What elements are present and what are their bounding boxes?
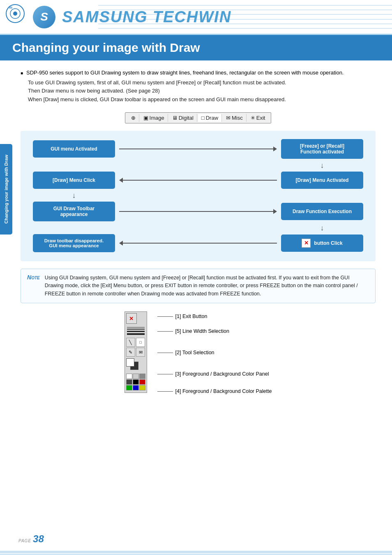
draw-icon: □	[201, 115, 205, 121]
label-line-3	[157, 374, 173, 374]
flow-box-toolbar-appearance: GUI Draw Toolbar appearance	[33, 202, 115, 221]
brand-name: SAMSUNG TECHWIN	[62, 8, 231, 26]
flow-box-button-click: ✕ button Click	[281, 235, 363, 252]
bottom-decorative-lines	[0, 550, 392, 555]
side-tab: Changing your image with Draw	[0, 144, 12, 235]
menu-item-home[interactable]: ⊕	[128, 114, 139, 122]
page-title: Changing your image with Draw	[12, 41, 380, 55]
menu-item-draw[interactable]: □ Draw	[198, 114, 222, 122]
intro-line4: When [Draw] menu is clicked, GUI Draw to…	[28, 95, 376, 104]
page-header: S SAMSUNG TECHWIN	[0, 0, 392, 35]
exit-btn-visual: ✕	[126, 313, 137, 324]
label-line-2	[157, 353, 173, 353]
menu-item-image[interactable]: ▣ Image	[140, 114, 168, 122]
flow-diagram: GUI menu Activated [Freeze] or [Recall] …	[21, 131, 376, 261]
intro-section: SDP-950 series support to GUI Drawing sy…	[21, 69, 376, 104]
label-line-width: [5] Line Width Selection	[157, 328, 272, 334]
flow-box-draw-menu-activated: [Draw] Menu Activated	[281, 172, 363, 189]
menu-bar: ⊕ ▣ Image 🖥 Digital □ Draw ✉ Misc ✳ Exit	[125, 112, 272, 123]
label-tool-selection: [2] Tool Selection	[157, 350, 272, 355]
arrow-down-2: ↓	[72, 191, 76, 200]
menu-item-exit[interactable]: ✳ Exit	[247, 114, 269, 122]
page-number: 38	[33, 533, 44, 545]
page-footer: Page 38	[18, 533, 44, 545]
svg-rect-3	[9, 7, 12, 9]
x-close-icon: ✕	[302, 239, 311, 248]
logo-s: S	[33, 6, 55, 28]
intro-list: SDP-950 series support to GUI Drawing sy…	[21, 69, 376, 77]
label-line-4	[157, 391, 173, 392]
page-label: Page	[18, 539, 31, 543]
misc-icon: ✉	[226, 115, 231, 121]
label-fg-bg-palette: [4] Foreground / Background Color Palett…	[157, 388, 272, 394]
note-label: NOTE	[27, 274, 40, 298]
home-icon: ⊕	[131, 115, 136, 121]
label-text-2: [2] Tool Selection	[175, 350, 214, 355]
label-text-5: [5] Line Width Selection	[175, 328, 229, 334]
toolbar-panel: ✕ ╲ □ ✎ ✉	[125, 311, 147, 393]
label-text-3: [3] Foreground / Background Color Panel	[175, 371, 269, 377]
image-icon: ▣	[143, 115, 148, 121]
digital-icon: 🖥	[172, 115, 178, 121]
note-text: Using GUI Drawing system, GUI menu syste…	[45, 274, 369, 298]
arrow-down-1: ↓	[321, 161, 324, 170]
arrow-down-3: ↓	[321, 224, 324, 232]
toolbar-labels: [1] Exit Button [5] Line Width Selection…	[157, 311, 272, 394]
exit-icon: ✳	[251, 115, 255, 121]
label-exit-btn: [1] Exit Button	[157, 313, 272, 319]
intro-line2: To use GUI Drawing system, first of all,…	[28, 79, 376, 87]
flow-box-draw-function: Draw Function Execution	[281, 203, 363, 220]
flow-box-toolbar-disappeared: Draw toolbar disappeared. GUI menu appea…	[33, 234, 115, 252]
menu-bar-container: ⊕ ▣ Image 🖥 Digital □ Draw ✉ Misc ✳ Exit	[21, 112, 376, 123]
color-palette-visual	[126, 374, 145, 390]
label-fg-bg-panel: [3] Foreground / Background Color Panel	[157, 371, 272, 377]
color-panel-visual	[126, 358, 142, 372]
camera-icon	[5, 3, 25, 24]
line-width-visual	[126, 326, 145, 336]
label-text-4: [4] Foreground / Background Color Palett…	[175, 388, 272, 394]
main-content: SDP-950 series support to GUI Drawing sy…	[0, 60, 392, 411]
intro-bullet: SDP-950 series support to GUI Drawing sy…	[21, 69, 376, 77]
side-tab-text: Changing your image with Draw	[3, 155, 9, 223]
toolbar-diagram: ✕ ╲ □ ✎ ✉	[21, 311, 376, 394]
svg-point-2	[13, 12, 17, 16]
tool-selection-visual: ╲ □ ✎ ✉	[126, 338, 145, 357]
title-bar: Changing your image with Draw	[0, 35, 392, 60]
menu-item-misc[interactable]: ✉ Misc	[223, 114, 247, 122]
intro-line3: Then Draw menu is now being activated. (…	[28, 87, 376, 95]
flow-box-draw-menu-click: [Draw] Menu Click	[33, 172, 115, 189]
note-section: NOTE Using GUI Drawing system, GUI menu …	[21, 269, 376, 303]
flow-box-freeze-recall: [Freeze] or [Recall] Function activated	[281, 139, 363, 159]
label-line-5	[157, 331, 173, 332]
menu-item-digital[interactable]: 🖥 Digital	[169, 114, 197, 122]
label-line-1	[157, 316, 173, 317]
flow-box-gui-menu: GUI menu Activated	[33, 140, 115, 158]
label-text-1: [1] Exit Button	[175, 313, 208, 319]
